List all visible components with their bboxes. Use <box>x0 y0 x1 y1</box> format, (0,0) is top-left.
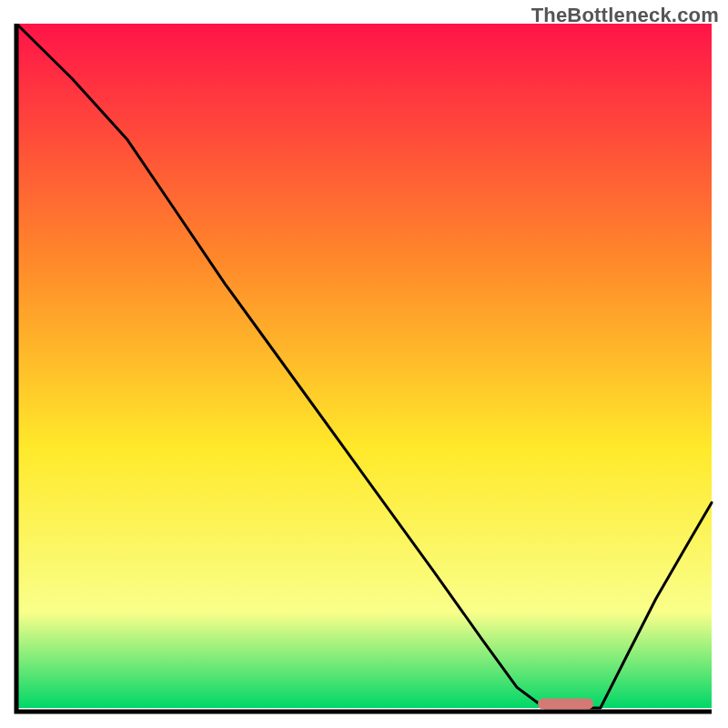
plot-area <box>13 24 715 715</box>
optimal-marker <box>538 699 593 710</box>
chart-shell: TheBottleneck.com <box>0 0 728 728</box>
plot-svg <box>13 24 715 715</box>
gradient-background <box>16 24 712 708</box>
